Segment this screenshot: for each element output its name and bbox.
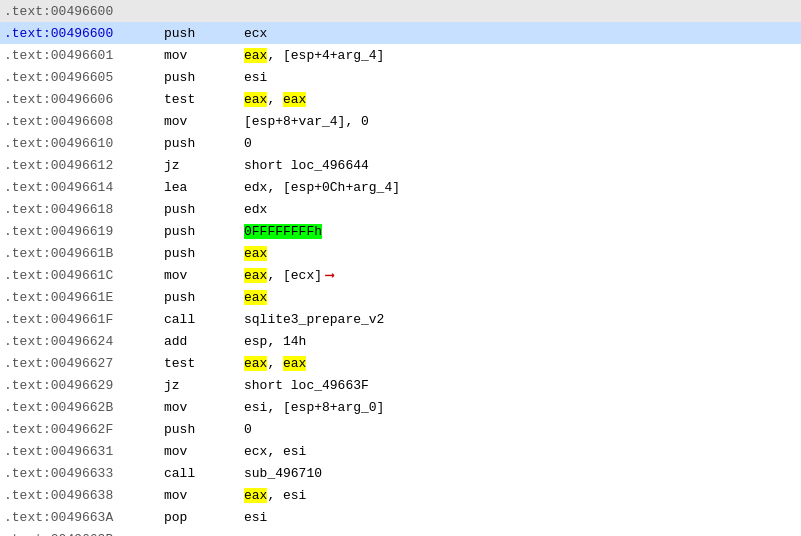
line-operands: eax, esi [244,488,306,503]
line-mnemonic: lea [164,180,244,195]
line-mnemonic: jz [164,158,244,173]
line-operands: eax, eax [244,92,306,107]
line-addr: .text:0049661B [4,246,164,261]
code-line[interactable]: .text:00496614leaedx, [esp+0Ch+arg_4] [0,176,801,198]
line-addr: .text:00496618 [4,202,164,217]
highlighted-operand: eax [244,290,267,305]
line-operands: eax [244,290,267,305]
line-addr: .text:00496619 [4,224,164,239]
code-line[interactable]: .text:00496601moveax, [esp+4+arg_4] [0,44,801,66]
highlighted-operand: eax [244,246,267,261]
line-addr: .text:00496608 [4,114,164,129]
code-line[interactable]: .text:00496610push0 [0,132,801,154]
line-addr: .text:00496601 [4,48,164,63]
line-addr: .text:00496612 [4,158,164,173]
code-line[interactable]: .text:0049661Fcallsqlite3_prepare_v2 [0,308,801,330]
line-addr: .text:0049663B [4,532,164,537]
code-line[interactable]: .text:00496618pushedx [0,198,801,220]
line-addr: .text:00496605 [4,70,164,85]
code-line[interactable]: .text:00496629jzshort loc_49663F [0,374,801,396]
code-line[interactable]: .text:00496600 [0,0,801,22]
highlighted-operand: 0FFFFFFFFh [244,224,322,239]
code-line[interactable]: .text:0049662Fpush0 [0,418,801,440]
line-addr: .text:00496631 [4,444,164,459]
code-line[interactable]: .text:00496624addesp, 14h [0,330,801,352]
code-line[interactable]: .text:0049663Apopesi [0,506,801,528]
line-addr: .text:00496629 [4,378,164,393]
code-line[interactable]: .text:00496600pushecx [0,22,801,44]
line-mnemonic: test [164,356,244,371]
line-operands: short loc_49663F [244,378,369,393]
code-line[interactable]: .text:00496608mov[esp+8+var_4], 0 [0,110,801,132]
highlighted-operand: eax [283,92,306,107]
line-operands: edx, [esp+0Ch+arg_4] [244,180,400,195]
line-operands: esi [244,70,267,85]
line-addr: .text:0049661F [4,312,164,327]
code-line[interactable]: .text:0049661Epusheax [0,286,801,308]
code-line[interactable]: .text:00496606testeax, eax [0,88,801,110]
line-addr: .text:00496614 [4,180,164,195]
line-mnemonic: push [164,290,244,305]
line-addr: .text:00496633 [4,466,164,481]
line-addr: .text:0049662F [4,422,164,437]
code-line[interactable]: .text:00496631movecx, esi [0,440,801,462]
highlighted-operand: eax [244,268,267,283]
code-line[interactable]: .text:0049663Bpopecx [0,528,801,536]
code-line[interactable]: .text:0049661Bpusheax [0,242,801,264]
line-mnemonic: pop [164,510,244,525]
line-mnemonic: mov [164,268,244,283]
line-operands: sub_496710 [244,466,322,481]
line-operands: esi, [esp+8+arg_0] [244,400,384,415]
code-line[interactable]: .text:00496633callsub_496710 [0,462,801,484]
code-line[interactable]: .text:0049661Cmoveax, [ecx]⟶ [0,264,801,286]
line-operands: eax, [esp+4+arg_4] [244,48,384,63]
line-operands: short loc_496644 [244,158,369,173]
highlighted-operand: eax [244,488,267,503]
line-addr: .text:00496624 [4,334,164,349]
line-operands: esp, 14h [244,334,306,349]
line-mnemonic: call [164,312,244,327]
highlighted-operand: eax [244,92,267,107]
line-addr: .text:00496606 [4,92,164,107]
line-operands: 0FFFFFFFFh [244,224,322,239]
code-line[interactable]: .text:00496627testeax, eax [0,352,801,374]
line-mnemonic: push [164,70,244,85]
line-mnemonic: push [164,422,244,437]
line-mnemonic: mov [164,444,244,459]
line-mnemonic: push [164,246,244,261]
line-operands: eax, [ecx]⟶ [244,267,334,283]
code-line[interactable]: .text:00496605pushesi [0,66,801,88]
line-operands: ecx [244,532,267,537]
code-line[interactable]: .text:0049662Bmovesi, [esp+8+arg_0] [0,396,801,418]
code-line[interactable]: .text:00496638moveax, esi [0,484,801,506]
line-mnemonic: mov [164,48,244,63]
line-mnemonic: mov [164,114,244,129]
line-addr: .text:00496610 [4,136,164,151]
line-addr: .text:0049661C [4,268,164,283]
code-line[interactable]: .text:00496619push0FFFFFFFFh [0,220,801,242]
line-mnemonic: push [164,136,244,151]
line-addr: .text:0049662B [4,400,164,415]
line-operands: eax, eax [244,356,306,371]
line-operands: esi [244,510,267,525]
line-operands: sqlite3_prepare_v2 [244,312,384,327]
line-addr: .text:0049663A [4,510,164,525]
line-operands: 0 [244,136,252,151]
line-mnemonic: test [164,92,244,107]
highlighted-operand: eax [244,48,267,63]
line-mnemonic: jz [164,378,244,393]
line-mnemonic: add [164,334,244,349]
line-operands: ecx [244,26,267,41]
line-addr: .text:00496600 [4,26,164,41]
line-mnemonic: pop [164,532,244,537]
line-addr: .text:00496627 [4,356,164,371]
line-mnemonic: push [164,224,244,239]
line-mnemonic: mov [164,400,244,415]
line-operands: ecx, esi [244,444,306,459]
line-mnemonic: mov [164,488,244,503]
line-addr: .text:00496600 [4,4,164,19]
code-line[interactable]: .text:00496612jzshort loc_496644 [0,154,801,176]
red-arrow-icon: ⟶ [326,268,334,283]
line-addr: .text:00496638 [4,488,164,503]
highlighted-operand: eax [244,356,267,371]
